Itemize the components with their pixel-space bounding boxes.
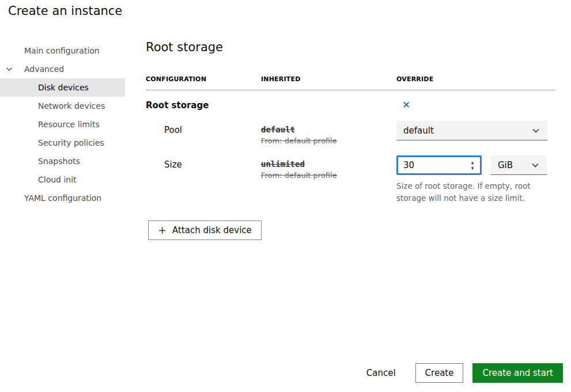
chevron-down-icon xyxy=(5,65,13,73)
size-row: Size unlimited From: default profile ▴ ▾… xyxy=(146,155,555,204)
caret-up-icon: ▴ xyxy=(471,159,474,165)
sidebar-item-snapshots[interactable]: Snapshots xyxy=(0,152,125,170)
sidebar-item-disk-devices[interactable]: Disk devices xyxy=(0,78,125,97)
size-label: Size xyxy=(146,155,261,170)
pool-row: Pool default From: default profile defau… xyxy=(146,121,555,145)
sidebar-item-label: Cloud init xyxy=(38,175,77,184)
form-navigation: Main configuration Advanced Disk devices… xyxy=(0,41,125,207)
column-header-override: OVERRIDE xyxy=(396,75,555,83)
pool-label: Pool xyxy=(146,121,261,135)
plus-icon: + xyxy=(158,225,167,235)
sidebar-item-label: Advanced xyxy=(24,64,64,74)
attach-disk-device-label: Attach disk device xyxy=(172,225,252,235)
sidebar-item-resource-limits[interactable]: Resource limits xyxy=(0,115,125,134)
close-icon: ✕ xyxy=(402,100,410,111)
spin-up-button[interactable]: ▴ xyxy=(469,159,477,165)
header-divider xyxy=(146,90,555,90)
column-header-configuration: CONFIGURATION xyxy=(146,75,261,83)
sidebar-item-label: Disk devices xyxy=(38,83,89,92)
size-inherited-source: From: default profile xyxy=(261,171,396,180)
sidebar-item-label: Snapshots xyxy=(38,157,80,166)
pool-select-value: default xyxy=(403,125,434,136)
create-button[interactable]: Create xyxy=(415,363,464,383)
pool-select[interactable]: default xyxy=(396,121,547,140)
sidebar-item-label: YAML configuration xyxy=(24,193,101,203)
config-table-header: CONFIGURATION INHERITED OVERRIDE xyxy=(146,75,555,83)
size-unit-select[interactable]: GiB xyxy=(491,155,547,175)
size-help-text: Size of root storage. If empty, root sto… xyxy=(396,180,555,204)
sidebar-item-label: Main configuration xyxy=(24,46,100,55)
sidebar-item-main-configuration[interactable]: Main configuration xyxy=(0,41,125,60)
disk-devices-panel: Root storage CONFIGURATION INHERITED OVE… xyxy=(146,40,555,240)
root-storage-row: Root storage ✕ xyxy=(146,98,555,112)
sidebar-item-label: Security policies xyxy=(38,138,104,147)
pool-inherited-source: From: default profile xyxy=(261,136,396,145)
create-and-start-button[interactable]: Create and start xyxy=(472,363,563,383)
sidebar-item-network-devices[interactable]: Network devices xyxy=(0,97,125,115)
sidebar-item-label: Network devices xyxy=(38,101,105,111)
size-input-wrapper: ▴ ▾ xyxy=(396,155,482,175)
spin-down-button[interactable]: ▾ xyxy=(469,165,477,171)
chevron-down-icon xyxy=(531,161,540,170)
column-header-inherited: INHERITED xyxy=(261,75,396,83)
sidebar-item-security-policies[interactable]: Security policies xyxy=(0,134,125,152)
sidebar-item-advanced[interactable]: Advanced xyxy=(0,60,125,78)
section-heading: Root storage xyxy=(146,40,555,55)
sidebar-item-cloud-init[interactable]: Cloud init xyxy=(0,170,125,189)
clear-override-button[interactable]: ✕ xyxy=(399,98,414,112)
sidebar-item-yaml-configuration[interactable]: YAML configuration xyxy=(0,189,125,207)
cancel-button[interactable]: Cancel xyxy=(357,363,405,383)
modal-footer: Cancel Create Create and start xyxy=(357,363,563,383)
device-name: Root storage xyxy=(146,100,261,111)
chevron-down-icon xyxy=(531,126,540,135)
caret-down-icon: ▾ xyxy=(471,165,474,171)
size-inherited-value: unlimited xyxy=(261,155,396,169)
attach-disk-device-button[interactable]: + Attach disk device xyxy=(148,220,262,240)
size-unit-value: GiB xyxy=(498,160,513,170)
page-title: Create an instance xyxy=(8,4,122,18)
pool-inherited-value: default xyxy=(261,121,396,134)
size-spinner: ▴ ▾ xyxy=(467,157,478,173)
sidebar-item-label: Resource limits xyxy=(38,120,100,129)
